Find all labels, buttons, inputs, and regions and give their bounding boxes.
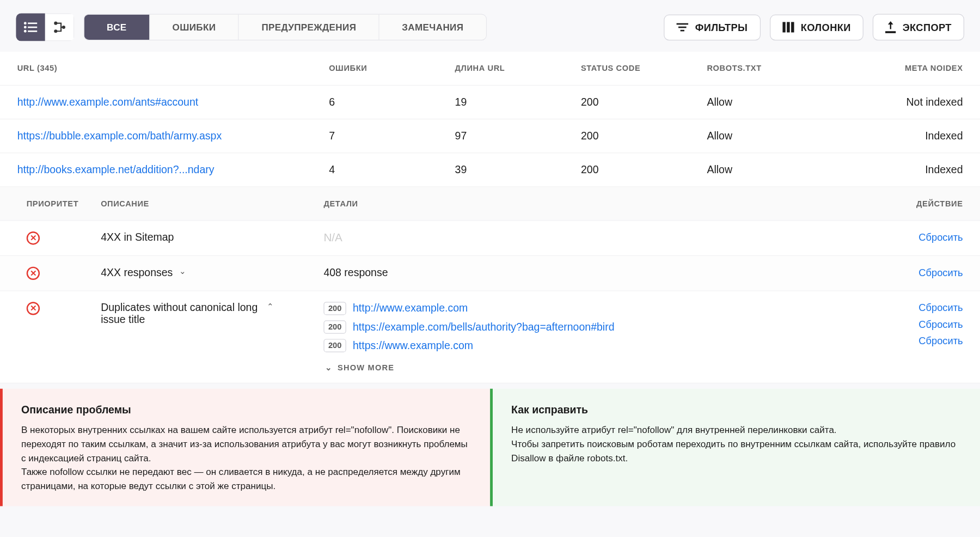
tree-view-button[interactable] [45,13,75,41]
chevron-up-icon[interactable]: ⌃ [267,302,273,311]
tab-notices[interactable]: ЗАМЕЧАНИЯ [379,15,486,40]
list-view-button[interactable] [16,13,45,41]
svg-rect-5 [28,30,37,32]
list-icon [23,21,38,33]
fix-panel: Как исправить Не используйте атрибут rel… [490,389,980,507]
view-toggle [16,13,74,41]
header-details[interactable]: ДЕТАЛИ [323,199,883,208]
header-url-length[interactable]: ДЛИНА URL [455,64,581,73]
cell-robots: Allow [707,164,866,176]
svg-rect-12 [782,22,785,32]
issue-description: 4XX responses [101,267,173,279]
show-more-label: SHOW MORE [338,363,394,372]
fix-title: Как исправить [511,402,961,418]
table-row[interactable]: http://www.example.com/ants#account 6 19… [0,86,980,119]
tab-errors[interactable]: ОШИБКИ [150,15,239,40]
header-errors[interactable]: ОШИБКИ [329,64,455,73]
issue-description: Duplicates without canonical long issue … [101,302,260,326]
toolbar: ВСЕ ОШИБКИ ПРЕДУПРЕЖДЕНИЯ ЗАМЕЧАНИЯ ФИЛЬ… [0,0,980,52]
error-priority-icon: ✕ [27,302,40,315]
svg-rect-1 [28,22,37,24]
issue-description: 4XX in Sitemap [101,231,174,243]
export-icon [885,21,896,33]
export-label: ЭКСПОРТ [903,22,952,33]
svg-rect-9 [677,23,689,25]
issue-row: ✕ 4XX responses ⌄ 408 response Сбросить [0,256,980,291]
cell-url-length: 97 [455,130,581,142]
cell-errors: 4 [329,164,455,176]
reset-link[interactable]: Сбросить [918,231,963,243]
export-button[interactable]: ЭКСПОРТ [873,14,964,41]
detail-text: 408 response [323,267,388,278]
table-row[interactable]: https://bubble.example.com/bath/army.asp… [0,119,980,153]
columns-button[interactable]: КОЛОНКИ [769,14,863,40]
cell-status: 200 [581,164,707,176]
svg-point-4 [24,30,27,33]
header-description[interactable]: ОПИСАНИЕ [101,199,323,208]
cell-url-length: 39 [455,164,581,176]
problem-title: Описание проблемы [21,402,471,418]
cell-meta: Indexed [866,130,963,142]
tab-all[interactable]: ВСЕ [84,15,150,40]
reset-link[interactable]: Сбросить [918,335,963,346]
status-badge: 200 [323,302,346,315]
detail-item: 200 https://example.com/bells/authority?… [323,320,883,333]
chevron-down-icon[interactable]: ⌄ [179,267,186,276]
svg-rect-13 [787,22,789,32]
url-link[interactable]: https://bubble.example.com/bath/army.asp… [17,130,222,142]
reset-link[interactable]: Сбросить [918,302,963,313]
svg-point-0 [24,22,27,25]
svg-rect-3 [28,27,37,28]
svg-point-7 [62,26,65,29]
table-row[interactable]: http://books.example.net/addition?...nda… [0,153,980,187]
detail-url-link[interactable]: https://www.example.com [353,340,473,352]
header-priority[interactable]: ПРИОРИТЕТ [27,199,101,208]
show-more-button[interactable]: ⌄ SHOW MORE [323,363,883,372]
issue-row: ✕ 4XX in Sitemap N/A Сбросить [0,221,980,257]
cell-meta: Indexed [866,164,963,176]
svg-rect-11 [681,30,684,32]
columns-label: КОЛОНКИ [801,22,851,33]
detail-url-link[interactable]: https://example.com/bells/authority?bag=… [353,321,614,333]
svg-rect-15 [885,31,896,33]
header-robots[interactable]: ROBOTS.TXT [707,64,866,73]
header-status[interactable]: STATUS CODE [581,64,707,73]
header-meta[interactable]: META NOIDEX [866,64,963,73]
filter-tabs: ВСЕ ОШИБКИ ПРЕДУПРЕЖДЕНИЯ ЗАМЕЧАНИЯ [83,14,486,41]
svg-rect-10 [678,27,687,28]
cell-errors: 7 [329,130,455,142]
detail-item: 200 https://www.example.com [323,339,883,352]
tab-warnings[interactable]: ПРЕДУПРЕЖДЕНИЯ [239,15,379,40]
details-na: N/A [323,231,342,244]
filter-icon [677,22,689,32]
reset-link[interactable]: Сбросить [918,267,963,278]
problem-body: В некоторых внутренних ссылках на вашем … [21,423,471,493]
cell-meta: Not indexed [866,96,963,108]
error-priority-icon: ✕ [27,231,40,245]
status-badge: 200 [323,339,346,352]
detail-list: 200 http://www.example.com 200 https://e… [323,302,883,372]
filters-label: ФИЛЬТРЫ [695,22,748,33]
detail-item: 200 http://www.example.com [323,302,883,315]
table-header: URL (345) ОШИБКИ ДЛИНА URL STATUS CODE R… [0,52,980,86]
chevron-down-icon: ⌄ [325,363,332,372]
cell-url-length: 19 [455,96,581,108]
detail-url-link[interactable]: http://www.example.com [353,302,468,314]
reset-link[interactable]: Сбросить [918,319,963,330]
header-url[interactable]: URL (345) [17,64,329,73]
url-link[interactable]: http://www.example.com/ants#account [17,96,199,108]
cell-robots: Allow [707,96,866,108]
problem-panel: Описание проблемы В некоторых внутренних… [0,389,490,507]
url-table: URL (345) ОШИБКИ ДЛИНА URL STATUS CODE R… [0,52,980,383]
columns-icon [782,22,794,32]
cell-status: 200 [581,96,707,108]
cell-errors: 6 [329,96,455,108]
filters-button[interactable]: ФИЛЬТРЫ [664,14,760,40]
tree-icon [53,21,66,34]
error-priority-icon: ✕ [27,267,40,280]
header-action[interactable]: ДЕЙСТВИЕ [883,199,963,208]
fix-body: Не используйте атрибут rel="nofollow" дл… [511,423,961,465]
url-link[interactable]: http://books.example.net/addition?...nda… [17,164,215,175]
issues-header: ПРИОРИТЕТ ОПИСАНИЕ ДЕТАЛИ ДЕЙСТВИЕ [0,187,980,221]
status-badge: 200 [323,320,346,333]
